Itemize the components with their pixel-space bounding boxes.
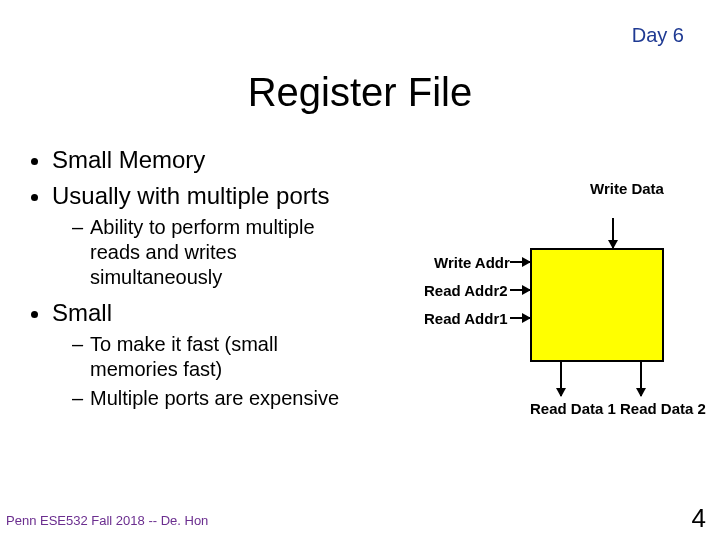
page-number: 4 (692, 503, 706, 534)
label-read-data2: Read Data 2 (620, 400, 706, 417)
arrow-read-addr2 (510, 289, 530, 291)
arrow-read-addr1 (510, 317, 530, 319)
label-write-addr: Write Addr (434, 254, 510, 271)
label-read-addr1: Read Addr1 (424, 310, 508, 327)
bullet-multiple-ports-text: Usually with multiple ports (52, 182, 329, 209)
register-file-diagram: Write Data Write Addr Read Addr2 Read Ad… (370, 178, 700, 458)
arrow-read-data2 (640, 360, 642, 396)
arrow-write-addr (510, 261, 530, 263)
bullet-small: Small To make it fast (small memories fa… (52, 298, 370, 411)
subbullet-expensive: Multiple ports are expensive (72, 386, 370, 411)
label-write-data: Write Data (590, 180, 664, 197)
slide: Day 6 Register File Small Memory Usually… (0, 0, 720, 540)
bullet-small-text: Small (52, 299, 112, 326)
slide-title: Register File (0, 70, 720, 115)
arrow-write-data (612, 218, 614, 248)
content-body: Small Memory Usually with multiple ports… (30, 145, 370, 419)
subbullet-fast: To make it fast (small memories fast) (72, 332, 370, 382)
label-read-addr2: Read Addr2 (424, 282, 508, 299)
arrow-read-data1 (560, 360, 562, 396)
bullet-small-memory: Small Memory (52, 145, 370, 175)
day-label: Day 6 (632, 24, 684, 47)
register-file-box (530, 248, 664, 362)
label-read-data1: Read Data 1 (530, 400, 616, 417)
subbullet-simultaneous: Ability to perform multiple reads and wr… (72, 215, 370, 290)
bullet-multiple-ports: Usually with multiple ports Ability to p… (52, 181, 370, 290)
footer-text: Penn ESE532 Fall 2018 -- De. Hon (6, 513, 208, 528)
